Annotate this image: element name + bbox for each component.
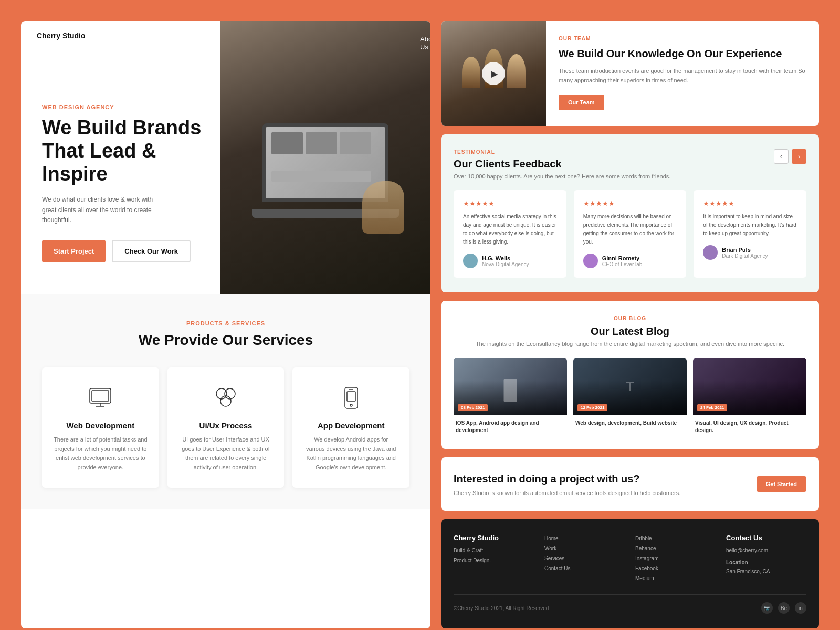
hero-buttons: Start Project Check Our Work — [42, 240, 205, 262]
reviewer-role-2: CEO of Lever lab — [602, 261, 643, 267]
footer-link-behance[interactable]: Behance — [635, 544, 716, 553]
team-image-inner — [441, 21, 546, 126]
svg-point-9 — [350, 404, 352, 406]
footer-col-sub-1: Build & Craft Product Design. — [454, 546, 534, 565]
hero-description: We do what our clients love & work with … — [42, 195, 168, 225]
screen-photo-1 — [271, 132, 303, 154]
team-desc: These team introduction events are good … — [559, 67, 806, 85]
service-name-app: App Development — [304, 421, 398, 430]
reviewer-role-3: Dark Digital Agency — [722, 253, 768, 259]
service-desc-web: There are a lot of potential tasks and p… — [54, 435, 148, 472]
hero-inner: WEB DESIGN AGENCY We Build Brands That L… — [42, 104, 205, 262]
footer-link-medium[interactable]: Medium — [635, 574, 716, 583]
screen-photo-2 — [306, 132, 337, 154]
web-dev-icon — [86, 383, 115, 413]
reviewer-name-3: Brian Puls — [722, 247, 768, 253]
cta-content: Interested in doing a project with us? C… — [454, 472, 680, 496]
footer-link-contact[interactable]: Contact Us — [544, 564, 625, 573]
get-started-button[interactable]: Get Started — [757, 476, 806, 492]
footer-link-product[interactable]: Product Design. — [454, 556, 534, 565]
footer-col-3: Dribble Behance Instagram Facebook Mediu… — [635, 534, 716, 584]
footer-link-home[interactable]: Home — [544, 534, 625, 543]
blog-post-1[interactable]: 08 Feb 2021 IOS App, Android app design … — [454, 358, 567, 434]
phone-visual-1 — [504, 379, 517, 402]
reviewer-name-2: Ginni Romety — [602, 255, 643, 261]
footer-col-title-4: Contact Us — [726, 534, 806, 542]
play-button[interactable] — [482, 62, 505, 85]
blog-visual-2: T — [626, 379, 634, 394]
monitor-svg — [88, 385, 113, 411]
service-card-app: App Development We develop Android apps … — [292, 368, 410, 488]
footer-link-work[interactable]: Work — [544, 544, 625, 553]
footer-location-label: Location — [726, 558, 806, 567]
blog-post-img-2: T 12 Feb 2021 — [573, 358, 687, 415]
testimonial-text-1: An effective social media strategy in th… — [463, 213, 557, 246]
footer-col-sub-4: hello@cherry.com Location San Francisco,… — [726, 546, 806, 576]
reviewer-1: H.G. Wells Nova Digital Agency — [463, 254, 557, 268]
reviewer-name-1: H.G. Wells — [482, 255, 529, 261]
hero-nav: About Us Services Blog Team Start a Proj… — [410, 21, 430, 65]
prev-arrow[interactable]: ‹ — [774, 149, 789, 164]
social-instagram-icon[interactable]: 📷 — [761, 602, 773, 614]
blog-post-label-1: IOS App, Android app design and developm… — [454, 415, 567, 434]
reviewer-role-1: Nova Digital Agency — [482, 261, 529, 267]
blog-date-2: 12 Feb 2021 — [578, 404, 607, 411]
blog-post-2[interactable]: T 12 Feb 2021 Web design, development, B… — [573, 358, 687, 434]
blog-post-img-1: 08 Feb 2021 — [454, 358, 567, 415]
check-work-button[interactable]: Check Our Work — [112, 240, 191, 262]
hero: WEB DESIGN AGENCY We Build Brands That L… — [21, 21, 430, 294]
blog-card: OUR BLOG Our Latest Blog The insights on… — [441, 301, 819, 449]
start-project-button[interactable]: Start Project — [42, 240, 106, 262]
blog-date-3: 24 Feb 2021 — [697, 404, 727, 411]
stars-2: ★★★★★ — [583, 200, 677, 207]
next-arrow[interactable]: › — [792, 149, 806, 164]
social-linkedin-icon[interactable]: in — [795, 602, 806, 614]
nav-about[interactable]: About Us — [420, 35, 430, 51]
our-team-button[interactable]: Our Team — [559, 94, 604, 110]
service-desc-app: We develop Android apps for various devi… — [304, 435, 398, 472]
blog-posts-grid: 08 Feb 2021 IOS App, Android app design … — [454, 358, 806, 434]
testimonials-grid: ★★★★★ An effective social media strategy… — [454, 190, 806, 278]
footer-grid: Cherry Studio Build & Craft Product Desi… — [454, 534, 806, 584]
footer-link-dribble[interactable]: Dribble — [635, 534, 716, 543]
footer-link-build[interactable]: Build & Craft — [454, 546, 534, 555]
testimonial-item-3: ★★★★★ It is important to keep in mind an… — [694, 190, 806, 278]
circles-svg — [213, 385, 238, 411]
testimonial-text-3: It is important to keep in mind and size… — [703, 213, 797, 238]
blog-post-3[interactable]: 24 Feb 2021 Visual, UI design, UX design… — [693, 358, 806, 434]
stars-3: ★★★★★ — [703, 200, 797, 207]
footer-link-instagram[interactable]: Instagram — [635, 554, 716, 563]
blog-post-img-3: 24 Feb 2021 — [693, 358, 806, 415]
footer-social: 📷 Be in — [761, 602, 806, 614]
reviewer-info-2: Ginni Romety CEO of Lever lab — [602, 255, 643, 267]
stars-1: ★★★★★ — [463, 200, 557, 207]
testimonial-header-text: TESTIMONIAL Our Clients Feedback Over 10… — [454, 149, 670, 180]
footer-link-services[interactable]: Services — [544, 554, 625, 563]
team-content: OUR TEAM We Build Our Knowledge On Our E… — [546, 21, 819, 126]
service-name-web: Web Development — [54, 421, 148, 430]
testimonials-card: TESTIMONIAL Our Clients Feedback Over 10… — [441, 134, 819, 292]
testimonial-item-1: ★★★★★ An effective social media strategy… — [454, 190, 566, 278]
svg-rect-10 — [347, 392, 355, 401]
reviewer-3: Brian Puls Dark Digital Agency — [703, 245, 797, 260]
services-tag: PRODUCTS & SERVICES — [42, 320, 410, 327]
footer-col-title-1: Cherry Studio — [454, 534, 534, 542]
hand-illustration — [362, 181, 404, 234]
testimonial-title: Our Clients Feedback — [454, 158, 670, 170]
footer-link-facebook[interactable]: Facebook — [635, 564, 716, 573]
screen-photo-3 — [340, 132, 371, 154]
reviewer-avatar-2 — [583, 254, 598, 268]
app-dev-icon — [337, 383, 366, 413]
footer-location-city: San Francisco, CA — [726, 567, 806, 576]
footer-col-sub-3: Dribble Behance Instagram Facebook Mediu… — [635, 534, 716, 583]
blog-post-label-3: Visual, UI design, UX design, Product de… — [693, 415, 806, 434]
footer-email[interactable]: hello@cherry.com — [726, 546, 806, 555]
team-image — [441, 21, 546, 126]
person-1 — [462, 57, 480, 88]
brand-logo: Cherry Studio — [37, 32, 86, 40]
footer-card: Cherry Studio Build & Craft Product Desi… — [441, 519, 819, 628]
social-behance-icon[interactable]: Be — [778, 602, 790, 614]
services-section: PRODUCTS & SERVICES We Provide Our Servi… — [21, 294, 430, 509]
phone-svg — [339, 385, 364, 411]
service-name-uiux: Ui/Ux Process — [179, 421, 273, 430]
